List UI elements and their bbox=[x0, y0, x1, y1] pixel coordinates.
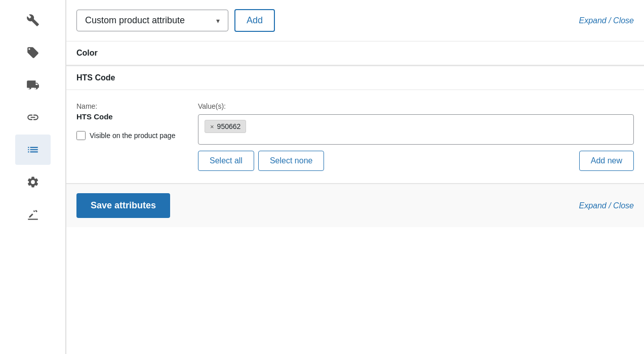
list-icon bbox=[26, 143, 39, 156]
attr-right: Value(s): × 950662 Select all Select non… bbox=[198, 102, 634, 171]
expand-close-link-top[interactable]: Expand / Close bbox=[579, 16, 634, 25]
attribute-selector-label: Custom product attribute bbox=[85, 15, 185, 26]
values-actions: Select all Select none Add new bbox=[198, 151, 634, 171]
wrench-icon bbox=[26, 14, 39, 27]
values-label: Value(s): bbox=[198, 102, 634, 110]
tags-icon bbox=[26, 46, 39, 59]
visible-checkbox[interactable] bbox=[76, 131, 86, 140]
save-attributes-button[interactable]: Save attributes bbox=[76, 193, 170, 218]
sidebar-item-link[interactable] bbox=[15, 102, 51, 132]
add-new-button[interactable]: Add new bbox=[579, 151, 634, 171]
hts-code-section-header: HTS Code bbox=[66, 66, 644, 90]
tools-icon bbox=[26, 208, 39, 221]
sidebar-item-config[interactable] bbox=[15, 167, 51, 197]
sidebar-item-tags[interactable] bbox=[15, 37, 51, 68]
sidebar-item-shipping[interactable] bbox=[15, 70, 51, 100]
truck-icon bbox=[26, 78, 39, 92]
attr-left: Name: HTS Code Visible on the product pa… bbox=[76, 102, 178, 140]
footer-row: Save attributes Expand / Close bbox=[66, 184, 644, 227]
hts-code-body: Name: HTS Code Visible on the product pa… bbox=[66, 90, 644, 183]
add-button[interactable]: Add bbox=[234, 9, 275, 32]
values-input-area[interactable]: × 950662 bbox=[198, 114, 634, 145]
remove-tag-icon[interactable]: × bbox=[210, 123, 214, 130]
name-label: Name: bbox=[76, 102, 178, 110]
value-tag-text: 950662 bbox=[217, 122, 241, 130]
select-none-button[interactable]: Select none bbox=[258, 151, 325, 171]
sidebar bbox=[0, 0, 66, 354]
name-value: HTS Code bbox=[76, 112, 178, 121]
color-section-header: Color bbox=[66, 41, 644, 65]
sidebar-item-tools[interactable] bbox=[15, 199, 51, 230]
hts-code-section: HTS Code Name: HTS Code Visible on the p… bbox=[66, 66, 644, 184]
color-title: Color bbox=[76, 49, 98, 57]
gear-icon bbox=[26, 175, 39, 189]
attribute-selector-dropdown[interactable]: Custom product attribute ▾ bbox=[76, 10, 228, 31]
hts-code-title: HTS Code bbox=[76, 73, 115, 82]
expand-close-link-bottom[interactable]: Expand / Close bbox=[579, 201, 634, 210]
chevron-down-icon: ▾ bbox=[216, 17, 220, 25]
color-section: Color bbox=[66, 41, 644, 66]
visible-label: Visible on the product page bbox=[90, 131, 175, 140]
visible-checkbox-row: Visible on the product page bbox=[76, 131, 178, 140]
link-icon bbox=[26, 111, 39, 124]
sidebar-item-settings[interactable] bbox=[15, 5, 51, 35]
value-tag: × 950662 bbox=[205, 120, 246, 133]
header-row: Custom product attribute ▾ Add Expand / … bbox=[66, 0, 644, 41]
sidebar-item-attributes[interactable] bbox=[15, 135, 51, 165]
main-content: Custom product attribute ▾ Add Expand / … bbox=[66, 0, 644, 354]
select-all-button[interactable]: Select all bbox=[198, 151, 254, 171]
